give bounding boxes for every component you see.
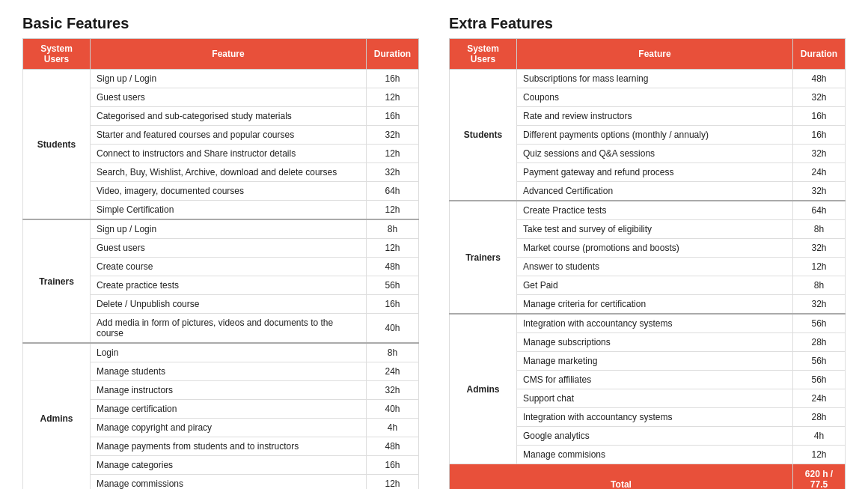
feature-cell: Create practice tests xyxy=(91,276,367,295)
duration-cell: 12h xyxy=(793,258,846,276)
duration-cell: 48h xyxy=(367,437,419,456)
duration-cell: 56h xyxy=(793,352,846,371)
feature-cell: Get Paid xyxy=(517,276,793,295)
feature-cell: Manage categories xyxy=(91,456,367,475)
feature-cell: Create course xyxy=(91,258,367,276)
extra-header-users: System Users xyxy=(450,39,517,70)
feature-cell: Categorised and sub-categorised study ma… xyxy=(91,107,367,126)
feature-cell: Payment gateway and refund process xyxy=(517,163,793,182)
duration-cell: 12h xyxy=(367,201,419,220)
feature-cell: Integration with accountancy systems xyxy=(517,314,793,333)
duration-cell: 24h xyxy=(793,389,846,408)
duration-cell: 32h xyxy=(367,381,419,400)
duration-cell: 16h xyxy=(367,70,419,88)
extra-features-table: System Users Feature Duration StudentsSu… xyxy=(449,38,846,489)
feature-cell: Quiz sessions and Q&A sessions xyxy=(517,145,793,163)
feature-cell: Login xyxy=(91,343,367,362)
duration-cell: 12h xyxy=(793,446,846,464)
system-user-cell: Admins xyxy=(450,314,517,464)
duration-cell: 4h xyxy=(367,419,419,437)
feature-cell: Coupons xyxy=(517,88,793,107)
feature-cell: Create Practice tests xyxy=(517,201,793,220)
duration-cell: 48h xyxy=(367,258,419,276)
system-user-cell: Trainers xyxy=(450,201,517,314)
feature-cell: Video, imagery, documented courses xyxy=(91,182,367,201)
duration-cell: 40h xyxy=(367,314,419,344)
feature-cell: Guest users xyxy=(91,239,367,258)
basic-header-feature: Feature xyxy=(91,39,367,70)
feature-cell: Connect to instructors and Share instruc… xyxy=(91,145,367,163)
feature-cell: Advanced Certification xyxy=(517,182,793,201)
duration-cell: 16h xyxy=(367,456,419,475)
feature-cell: Guest users xyxy=(91,88,367,107)
extra-header-feature: Feature xyxy=(517,39,793,70)
feature-cell: Manage copyright and piracy xyxy=(91,419,367,437)
system-user-cell: Trainers xyxy=(23,219,91,343)
duration-cell: 8h xyxy=(793,220,846,239)
duration-cell: 32h xyxy=(367,163,419,182)
duration-cell: 16h xyxy=(793,126,846,145)
table-row: AdminsIntegration with accountancy syste… xyxy=(450,314,846,333)
feature-cell: Simple Certification xyxy=(91,201,367,220)
feature-cell: Integration with accountancy systems xyxy=(517,408,793,427)
table-row: StudentsSubscriptions for mass learning4… xyxy=(450,70,846,88)
duration-cell: 24h xyxy=(367,362,419,381)
duration-cell: 16h xyxy=(367,107,419,126)
feature-cell: Delete / Unpublish course xyxy=(91,295,367,314)
duration-cell: 32h xyxy=(793,88,846,107)
duration-cell: 8h xyxy=(367,219,419,239)
feature-cell: Rate and review instructors xyxy=(517,107,793,126)
duration-cell: 12h xyxy=(367,475,419,490)
feature-cell: Manage subscriptions xyxy=(517,333,793,352)
duration-cell: 56h xyxy=(793,314,846,333)
duration-cell: 16h xyxy=(367,295,419,314)
duration-cell: 12h xyxy=(367,145,419,163)
duration-cell: 12h xyxy=(367,239,419,258)
basic-header-duration: Duration xyxy=(367,39,419,70)
system-user-cell: Students xyxy=(450,70,517,201)
duration-cell: 32h xyxy=(793,182,846,201)
feature-cell: Subscriptions for mass learning xyxy=(517,70,793,88)
feature-cell: Manage payments from students and to ins… xyxy=(91,437,367,456)
feature-cell: Market course (promotions and boosts) xyxy=(517,239,793,258)
duration-cell: 32h xyxy=(793,295,846,315)
feature-cell: Google analytics xyxy=(517,427,793,446)
basic-features-title: Basic Features xyxy=(22,15,419,32)
feature-cell: Sign up / Login xyxy=(91,70,367,88)
feature-cell: Manage students xyxy=(91,362,367,381)
extra-footer-value: 620 h / 77.5 days xyxy=(793,464,846,490)
duration-cell: 64h xyxy=(367,182,419,201)
feature-cell: Answer to students xyxy=(517,258,793,276)
duration-cell: 32h xyxy=(367,126,419,145)
feature-cell: Manage commissions xyxy=(91,475,367,490)
feature-cell: Take test and survey of eligibility xyxy=(517,220,793,239)
duration-cell: 8h xyxy=(793,276,846,295)
table-row: AdminsLogin8h xyxy=(23,343,419,362)
duration-cell: 56h xyxy=(793,371,846,389)
basic-features-table: System Users Feature Duration StudentsSi… xyxy=(22,38,419,489)
duration-cell: 48h xyxy=(793,70,846,88)
duration-cell: 28h xyxy=(793,408,846,427)
system-user-cell: Admins xyxy=(23,343,91,489)
extra-header-duration: Duration xyxy=(793,39,846,70)
duration-cell: 4h xyxy=(793,427,846,446)
basic-features-section: Basic Features System Users Feature Dura… xyxy=(22,15,419,489)
feature-cell: Manage certification xyxy=(91,400,367,419)
system-user-cell: Students xyxy=(23,70,91,220)
feature-cell: Different payments options (monthly / an… xyxy=(517,126,793,145)
extra-features-section: Extra Features System Users Feature Dura… xyxy=(449,15,846,489)
feature-cell: Starter and featured courses and popular… xyxy=(91,126,367,145)
table-row: TrainersSign up / Login8h xyxy=(23,219,419,239)
duration-cell: 24h xyxy=(793,163,846,182)
duration-cell: 8h xyxy=(367,343,419,362)
feature-cell: Manage commisions xyxy=(517,446,793,464)
feature-cell: Manage criteria for certification xyxy=(517,295,793,315)
duration-cell: 56h xyxy=(367,276,419,295)
basic-header-users: System Users xyxy=(23,39,91,70)
duration-cell: 40h xyxy=(367,400,419,419)
feature-cell: Manage marketing xyxy=(517,352,793,371)
duration-cell: 28h xyxy=(793,333,846,352)
extra-features-title: Extra Features xyxy=(449,15,846,32)
feature-cell: Sign up / Login xyxy=(91,219,367,239)
duration-cell: 16h xyxy=(793,107,846,126)
